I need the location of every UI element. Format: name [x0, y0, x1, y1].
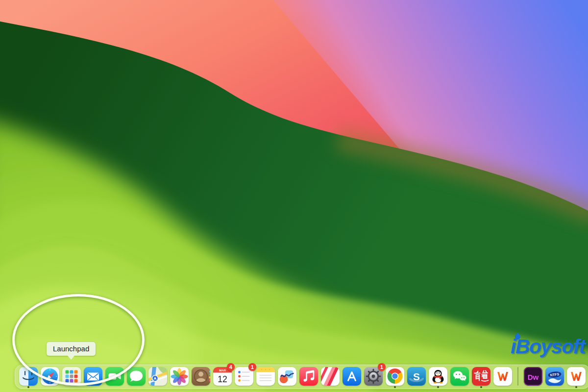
- finder-icon: Finder: [19, 367, 38, 386]
- dock-icon-appstore[interactable]: App Store: [342, 365, 362, 388]
- dock-icon-snagit[interactable]: SnagitS: [407, 365, 426, 388]
- svg-text:S: S: [413, 371, 420, 382]
- notification-badge: 4: [227, 363, 235, 371]
- desktop-wallpaper: [0, 0, 588, 392]
- facetime-icon: FaceTime: [105, 367, 124, 386]
- dock-icon-launchpad[interactable]: Launchpad: [62, 365, 81, 388]
- appstore-icon: App Store: [342, 367, 362, 386]
- dock-icon-contacts[interactable]: Contacts: [191, 365, 211, 388]
- contacts-icon: Contacts: [191, 367, 211, 386]
- dock-icon-settings[interactable]: System Settings1: [364, 365, 383, 388]
- wps-icon: WPS Office: [493, 367, 513, 386]
- dock-icon-youdao[interactable]: Youdao Dictionary: [471, 365, 491, 388]
- svg-text:Dw: Dw: [528, 373, 539, 381]
- dock-icon-maps[interactable]: Maps: [148, 365, 168, 388]
- notes-icon: Notes: [256, 367, 275, 386]
- dock-icon-finder[interactable]: Finder: [19, 365, 38, 388]
- wechat-icon: WeChat: [450, 367, 469, 386]
- dock-icon-wps2[interactable]: WPS Office: [566, 365, 586, 388]
- dock-icon-news[interactable]: News: [320, 365, 340, 388]
- dock-icon-freeform[interactable]: Freeform: [277, 365, 297, 388]
- maps-icon: Maps: [148, 367, 168, 386]
- iboysoft-watermark: iBoysoft: [511, 335, 587, 358]
- dock-icon-facetime[interactable]: FaceTime: [105, 365, 124, 388]
- dock-icon-calendar[interactable]: CalendarMAR124: [213, 365, 232, 388]
- desktop: iBoysoft FinderSafariLaunchpadMailFaceTi…: [0, 0, 588, 392]
- safari-icon: Safari: [40, 367, 60, 386]
- dock-icon-safari[interactable]: Safari: [40, 365, 60, 388]
- mail-icon: Mail: [83, 367, 103, 386]
- running-indicator: [575, 386, 577, 388]
- ntfs-icon: iBoysoft NTFS for MacNTFS: [545, 367, 564, 386]
- dock-icon-music[interactable]: Music: [299, 365, 318, 388]
- youdao-icon: Youdao Dictionary: [471, 367, 491, 386]
- chrome-icon: Google Chrome: [385, 367, 405, 386]
- dock-icon-mail[interactable]: Mail: [83, 365, 103, 388]
- running-indicator: [437, 386, 439, 388]
- dock: FinderSafariLaunchpadMailFaceTimeMessage…: [15, 365, 588, 389]
- dock-divider: [517, 367, 518, 386]
- running-indicator: [394, 386, 396, 388]
- launchpad-tooltip-text: Launchpad: [53, 344, 89, 353]
- running-indicator: [480, 386, 482, 388]
- dock-icon-chrome[interactable]: Google Chrome: [385, 365, 405, 388]
- photos-icon: Photos: [170, 367, 189, 386]
- dock-icon-reminders[interactable]: Reminders1: [234, 365, 254, 388]
- dock-icon-photos[interactable]: Photos: [170, 365, 189, 388]
- freeform-icon: Freeform: [277, 367, 297, 386]
- notification-badge: 1: [248, 363, 256, 371]
- notification-badge: 1: [378, 363, 386, 371]
- dock-icon-wechat[interactable]: WeChat: [450, 365, 469, 388]
- news-icon: News: [320, 367, 340, 386]
- dock-icon-notes[interactable]: Notes: [256, 365, 275, 388]
- running-indicator: [27, 386, 29, 388]
- messages-icon: Messages: [126, 367, 146, 386]
- dreamweaver-icon: DreamweaverDw: [523, 367, 543, 386]
- dock-icon-wps[interactable]: WPS Office: [493, 365, 513, 388]
- music-icon: Music: [299, 367, 318, 386]
- launchpad-tooltip: Launchpad: [47, 342, 96, 356]
- snagit-icon: SnagitS: [407, 367, 426, 386]
- iboysoft-watermark-text: iBoysoft: [511, 335, 585, 358]
- qq-icon: QQ: [428, 367, 448, 386]
- svg-text:MAR: MAR: [219, 369, 226, 372]
- dock-icon-dreamweaver[interactable]: DreamweaverDw: [523, 365, 543, 388]
- svg-text:12: 12: [218, 374, 227, 384]
- launchpad-icon: Launchpad: [62, 367, 81, 386]
- dock-icon-messages[interactable]: Messages: [126, 365, 146, 388]
- dock-icon-qq[interactable]: QQ: [428, 365, 448, 388]
- wps2-icon: WPS Office: [566, 367, 586, 386]
- dock-icon-ntfs[interactable]: iBoysoft NTFS for MacNTFS: [545, 365, 564, 388]
